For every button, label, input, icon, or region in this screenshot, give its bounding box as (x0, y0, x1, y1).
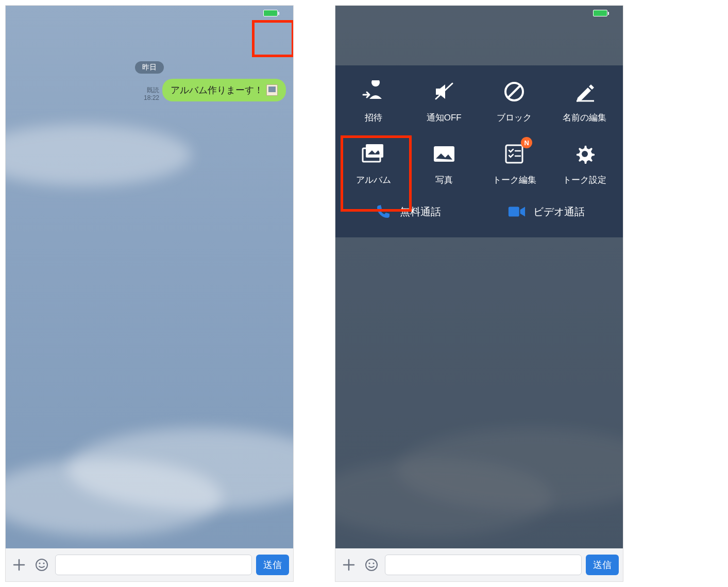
photo-emoji-icon (266, 84, 278, 96)
svg-point-23 (366, 559, 377, 571)
menu-item-photos[interactable]: 写真 (409, 141, 480, 186)
svg-rect-20 (506, 145, 522, 163)
pencil-icon (572, 79, 598, 105)
menu-label: トーク設定 (563, 174, 606, 186)
gear-icon (572, 141, 598, 167)
message-input-bar: 送信 (335, 548, 623, 581)
battery-icon (593, 10, 607, 16)
svg-point-7 (43, 562, 44, 564)
menu-label: 通知OFF (427, 112, 462, 124)
send-button[interactable]: 送信 (256, 555, 289, 575)
menu-label: トーク編集 (493, 174, 536, 186)
cloud-decoration (335, 459, 552, 536)
message-text-input[interactable] (385, 555, 582, 575)
checklist-icon: N (501, 141, 527, 167)
battery-icon (263, 10, 278, 16)
attach-button[interactable] (10, 556, 28, 574)
svg-point-21 (582, 151, 588, 157)
mute-icon (431, 79, 457, 105)
svg-rect-22 (508, 207, 519, 217)
new-badge: N (521, 137, 532, 148)
chat-messages-area[interactable]: 昨日 既読 18:22 アルバム作りまーす！ (6, 55, 293, 548)
menu-label: ブロック (497, 112, 532, 124)
menu-item-block[interactable]: ブロック (479, 79, 550, 124)
menu-item-talk-settings[interactable]: トーク設定 (550, 141, 620, 186)
menu-item-invite[interactable]: 招待 (338, 79, 409, 124)
invite-icon (361, 79, 386, 105)
date-separator: 昨日 (135, 61, 164, 74)
send-button[interactable]: 送信 (586, 555, 619, 575)
video-icon (507, 202, 526, 221)
photo-icon (431, 141, 457, 167)
message-text-input[interactable] (55, 555, 252, 575)
menu-label: 招待 (365, 112, 382, 124)
emoji-button[interactable] (32, 556, 51, 574)
svg-point-24 (368, 562, 370, 564)
svg-line-15 (508, 85, 520, 98)
message-time: 18:22 (144, 94, 159, 101)
svg-point-25 (373, 562, 374, 564)
phone-screenshot-right: au 18:04 ⚡ TOLOT次郎 (335, 5, 623, 582)
video-call-button[interactable]: ビデオ通話 (507, 202, 585, 221)
phone-screenshot-left: au 15:03 ⚡ TOLOT次郎 (5, 5, 294, 582)
message-row: 既読 18:22 アルバム作りまーす！ (6, 79, 293, 101)
message-bubble[interactable]: アルバム作りまーす！ (162, 79, 286, 101)
svg-point-5 (36, 559, 47, 571)
video-call-label: ビデオ通話 (533, 205, 585, 219)
menu-item-edit-name[interactable]: 名前の編集 (550, 79, 620, 124)
annotation-highlight-album (341, 135, 412, 212)
block-icon (501, 79, 527, 105)
message-input-bar: 送信 (6, 548, 293, 581)
annotation-highlight-menu-toggle (252, 20, 294, 57)
svg-point-6 (39, 562, 40, 564)
read-receipt: 既読 (144, 87, 159, 94)
attach-button[interactable] (340, 556, 358, 574)
menu-item-mute[interactable]: 通知OFF (409, 79, 480, 124)
emoji-button[interactable] (362, 556, 381, 574)
message-meta: 既読 18:22 (144, 87, 159, 101)
menu-label: 写真 (435, 174, 453, 186)
menu-item-edit-talk[interactable]: N トーク編集 (479, 141, 550, 186)
message-text: アルバム作りまーす！ (171, 84, 263, 96)
menu-label: 名前の編集 (563, 112, 606, 124)
